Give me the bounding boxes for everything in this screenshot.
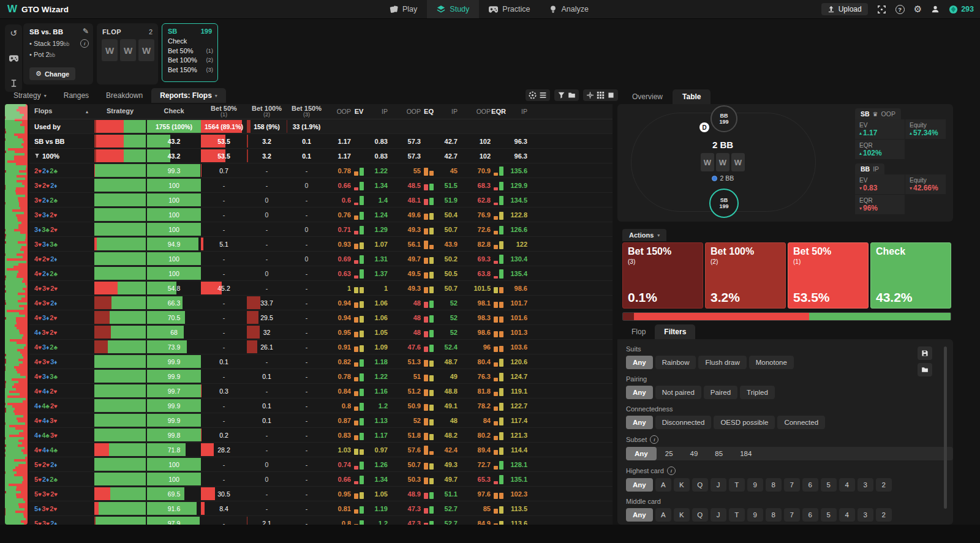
- filter-tab-filters[interactable]: Filters: [655, 324, 695, 339]
- filter-chip-2[interactable]: 2: [876, 508, 892, 522]
- seat-bb[interactable]: BB 199: [710, 105, 737, 132]
- flop-row[interactable]: 3♥3♦3♣94.95.1--0.931.0756.143.982.8122: [29, 237, 612, 252]
- credits-badge[interactable]: 293: [949, 5, 974, 14]
- folder-icon[interactable]: [568, 91, 576, 99]
- grid-view-icon[interactable]: [597, 91, 605, 99]
- filter-chip-oesd-possible[interactable]: OESD possible: [714, 416, 775, 429]
- nav-tab-study[interactable]: Study: [427, 0, 479, 18]
- flop-row[interactable]: 5♥2♥2♦100-0-0.741.2650.749.372.7128.1: [29, 457, 612, 472]
- filter-chip-3[interactable]: 3: [858, 508, 873, 522]
- edit-pencil-icon[interactable]: ✎: [83, 27, 89, 36]
- filter-chip-any[interactable]: Any: [626, 386, 653, 399]
- flop-row[interactable]: 5♥3♥2♥69.530.5--0.951.0548.951.197.6102.…: [29, 487, 612, 501]
- metric-name-header[interactable]: EV: [351, 104, 367, 119]
- column-header-check[interactable]: Check: [147, 104, 201, 119]
- flop-row[interactable]: 3♥3♦2♥100-0-0.761.2449.650.476.9122.8: [29, 208, 612, 222]
- scan-icon[interactable]: [877, 5, 886, 14]
- strategy-minimap[interactable]: [5, 104, 28, 525]
- filters-scrollbar[interactable]: [944, 346, 947, 509]
- filter-chip-9[interactable]: 9: [747, 508, 763, 522]
- account-icon[interactable]: [931, 5, 940, 13]
- nav-tab-play[interactable]: Play: [380, 0, 427, 18]
- flop-row[interactable]: 3♥2♥2♦100--00.661.3448.551.568.3129.9: [29, 178, 612, 193]
- load-filter-folder-icon[interactable]: [918, 363, 932, 376]
- node-action-line[interactable]: Bet 100%(2): [168, 56, 213, 64]
- filter-chip-a[interactable]: A: [655, 478, 671, 492]
- flop-row[interactable]: 4♥4♦2♥99.70.3--0.841.1651.248.881.8119.1: [29, 384, 612, 399]
- range-slider-icon[interactable]: [10, 79, 18, 88]
- filter-chip-9[interactable]: 9: [747, 478, 763, 492]
- flop-row[interactable]: 4♥4♦3♥99.9-0.1-0.871.13524884117.4: [29, 413, 612, 428]
- filter-funnel-icon[interactable]: [557, 91, 565, 99]
- filter-chip-184[interactable]: 184: [731, 447, 760, 460]
- flops-column-header[interactable]: Flops▴: [29, 104, 93, 119]
- flop-row[interactable]: 4♥4♦4♣71.828.2--1.030.9757.642.489.4114.…: [29, 443, 612, 457]
- filter-chip-49[interactable]: 49: [682, 447, 707, 460]
- tab-overview[interactable]: Overview: [622, 89, 673, 104]
- action-box-check[interactable]: Check43.2%: [870, 242, 951, 309]
- metric-name-header[interactable]: EQ: [421, 104, 437, 119]
- chip-display-icon[interactable]: [529, 91, 537, 99]
- history-icon[interactable]: ↺: [10, 29, 17, 37]
- flop-row[interactable]: 5♦3♥2♥91.68.4--0.811.1947.352.785113.5: [29, 501, 612, 516]
- change-button[interactable]: ⚙ Change: [29, 67, 75, 80]
- summary-row[interactable]: 100%43.253.53.20.11.170.8357.342.710296.…: [29, 149, 612, 163]
- filter-chip-flush-draw[interactable]: Flush draw: [698, 356, 746, 369]
- flop-row[interactable]: 4♦4♣3♥99.80.2--0.831.1751.848.280.2121.3: [29, 428, 612, 443]
- filter-chip-t[interactable]: T: [729, 478, 745, 492]
- filter-chip-j[interactable]: J: [710, 508, 726, 522]
- filter-chip-6[interactable]: 6: [802, 478, 818, 492]
- actions-dropdown-button[interactable]: Actions ▾: [622, 229, 666, 241]
- filter-chip-8[interactable]: 8: [766, 508, 782, 522]
- filter-chip-any[interactable]: Any: [626, 416, 653, 429]
- square-view-icon[interactable]: [607, 91, 615, 99]
- filter-chip-disconnected[interactable]: Disconnected: [655, 416, 712, 429]
- flop-row[interactable]: 5♥3♥2♦97.9-2.1-0.81.247.352.784.9113.6: [29, 516, 612, 525]
- minimap-viewport[interactable]: [5, 104, 28, 120]
- filter-chip-any[interactable]: Any: [626, 508, 653, 522]
- flop-row[interactable]: 3♥2♦2♣100-0-0.61.448.151.962.8134.5: [29, 193, 612, 208]
- column-header-bet-150-[interactable]: Bet 150%(3): [287, 104, 326, 119]
- tab-table[interactable]: Table: [673, 89, 710, 104]
- filter-chip-q[interactable]: Q: [692, 508, 708, 522]
- filter-chip-paired[interactable]: Paired: [704, 386, 737, 399]
- node-action-line[interactable]: Bet 150%(3): [168, 66, 213, 73]
- flop-panel[interactable]: FLOP 2 W W W: [97, 23, 158, 84]
- flop-row[interactable]: 4♥2♥2♦100--00.691.3149.750.269.3130.4: [29, 252, 612, 266]
- brand[interactable]: W GTO Wizard: [0, 3, 99, 15]
- action-node-panel[interactable]: SB 199 CheckBet 50%(1)Bet 100%(2)Bet 150…: [162, 23, 218, 82]
- filter-chip-a[interactable]: A: [655, 508, 671, 522]
- filter-chip-5[interactable]: 5: [821, 508, 837, 522]
- flop-row[interactable]: 4♦4♣2♥99.9-0.1-0.81.250.949.178.2122.7: [29, 399, 612, 413]
- flop-row[interactable]: 3♦3♣2♥100--00.711.2949.350.772.6126.6: [29, 222, 612, 237]
- filter-chip-2[interactable]: 2: [876, 478, 892, 492]
- metric-name-header[interactable]: EQR: [491, 104, 507, 119]
- filter-chip-any[interactable]: Any: [626, 356, 653, 369]
- filter-chip-25[interactable]: 25: [657, 447, 682, 460]
- nav-tab-analyze[interactable]: Analyze: [540, 0, 598, 18]
- upload-button[interactable]: Upload: [821, 3, 868, 15]
- save-filter-icon[interactable]: [918, 346, 932, 360]
- seat-sb[interactable]: SB 199: [709, 189, 739, 218]
- node-action-line[interactable]: Bet 50%(1): [168, 47, 213, 54]
- filter-chip-connected[interactable]: Connected: [777, 416, 825, 429]
- action-box-bet-100-[interactable]: Bet 100%(2)3.2%: [705, 242, 786, 309]
- filter-chip-t[interactable]: T: [729, 508, 745, 522]
- filter-chip-q[interactable]: Q: [692, 478, 708, 492]
- filter-chip-any[interactable]: Any: [626, 447, 657, 460]
- flop-row[interactable]: 2♥2♦2♣99.30.7--0.781.22554570.9135.6: [29, 163, 612, 178]
- column-header-bet-50-[interactable]: Bet 50%(1): [201, 104, 247, 119]
- filter-chip-7[interactable]: 7: [784, 478, 800, 492]
- filter-chip-k[interactable]: K: [674, 478, 690, 492]
- filter-chip-not-paired[interactable]: Not paired: [655, 386, 701, 399]
- flop-row[interactable]: 4♥3♥2♥54.845.2--1149.350.7101.598.6: [29, 281, 612, 296]
- filter-chip-6[interactable]: 6: [802, 508, 818, 522]
- tab-ranges[interactable]: Ranges: [55, 88, 97, 103]
- filter-chip-7[interactable]: 7: [784, 508, 800, 522]
- filter-chip-5[interactable]: 5: [821, 478, 837, 492]
- flop-row[interactable]: 4♥3♦3♣99.9-0.1-0.781.22514976.3124.7: [29, 369, 612, 384]
- nav-tab-practice[interactable]: Practice: [479, 0, 540, 18]
- filter-chip-85[interactable]: 85: [706, 447, 731, 460]
- flop-row[interactable]: 4♥3♦2♥70.5-29.5-0.941.06485298.3101.6: [29, 310, 612, 325]
- filter-chip-tripled[interactable]: Tripled: [740, 386, 775, 399]
